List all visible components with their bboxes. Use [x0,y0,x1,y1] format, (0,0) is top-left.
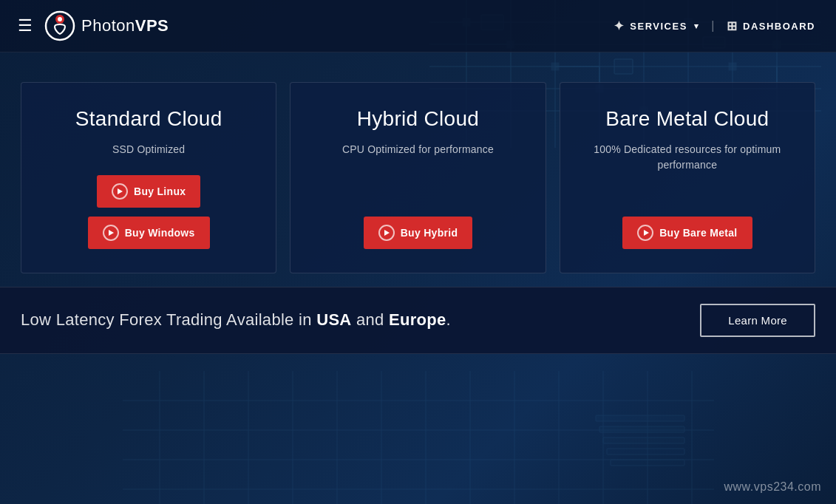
forex-europe: Europe [389,310,446,329]
main-content: Standard Cloud SSD Optimized Buy Linux B… [0,52,836,273]
learn-more-button[interactable]: Learn More [700,304,815,337]
svg-point-26 [58,17,62,21]
navbar-right: ✦ SERVICES ▾ | ⊞ DASHBOARD [611,14,818,38]
buy-linux-button[interactable]: Buy Linux [97,175,200,208]
logo[interactable]: PhotonVPS [44,10,169,41]
dashboard-label: DASHBOARD [743,21,815,32]
standard-cloud-buttons: Buy Linux Buy Windows [42,168,255,249]
buy-windows-icon [103,225,119,241]
services-icon: ✦ [614,18,625,34]
buy-hybrid-button[interactable]: Buy Hybrid [364,217,473,249]
hamburger-menu[interactable]: ☰ [18,18,33,34]
hybrid-cloud-subtitle: CPU Optimized for performance [342,142,494,157]
buy-hybrid-label: Buy Hybrid [401,227,458,239]
buy-bare-metal-icon [637,225,653,241]
buy-bare-metal-label: Buy Bare Metal [659,227,737,239]
svg-rect-46 [603,437,684,443]
navbar: ☰ PhotonVPS ✦ SERVICES ▾ | ⊞ DAS [0,0,836,52]
standard-cloud-subtitle: SSD Optimized [112,142,185,157]
dashboard-icon: ⊞ [727,18,738,34]
cards-row: Standard Cloud SSD Optimized Buy Linux B… [21,82,815,273]
bare-metal-cloud-card: Bare Metal Cloud 100% Dedicated resource… [560,82,815,273]
bare-metal-cloud-title: Bare Metal Cloud [605,106,769,132]
buy-bare-metal-button[interactable]: Buy Bare Metal [622,217,752,249]
forex-banner: Low Latency Forex Trading Available in U… [0,287,836,354]
nav-divider: | [711,19,714,33]
buy-linux-icon [112,183,128,200]
svg-rect-44 [596,415,684,421]
forex-and: and [352,310,389,329]
hybrid-cloud-title: Hybrid Cloud [357,106,479,132]
buy-linux-label: Buy Linux [134,185,186,197]
svg-rect-45 [599,426,684,432]
forex-text: Low Latency Forex Trading Available in U… [21,310,451,330]
logo-icon [44,10,75,41]
svg-rect-47 [607,449,684,454]
logo-text: PhotonVPS [81,16,169,35]
forex-usa: USA [316,310,351,329]
navbar-left: ☰ PhotonVPS [18,10,169,41]
bare-metal-cloud-subtitle: 100% Dedicated resources for optimum per… [581,142,794,173]
bare-metal-cloud-buttons: Buy Bare Metal [622,209,752,249]
hybrid-cloud-card: Hybrid Cloud CPU Optimized for performan… [290,82,546,273]
watermark: www.vps234.com [724,480,822,494]
standard-cloud-card: Standard Cloud SSD Optimized Buy Linux B… [21,82,276,273]
standard-cloud-title: Standard Cloud [75,106,222,132]
buy-hybrid-icon [378,225,395,241]
svg-rect-48 [611,460,684,466]
buy-windows-button[interactable]: Buy Windows [88,217,210,249]
services-label: SERVICES [630,21,687,32]
services-nav-item[interactable]: ✦ SERVICES ▾ [611,14,703,38]
hybrid-cloud-buttons: Buy Hybrid [364,209,473,249]
buy-windows-label: Buy Windows [125,227,195,239]
circuit-pattern-bottom [123,371,714,504]
forex-text-before: Low Latency Forex Trading Available in [21,310,316,329]
chevron-down-icon: ▾ [694,21,700,31]
dashboard-nav-item[interactable]: ⊞ DASHBOARD [724,14,819,38]
forex-period: . [446,310,451,329]
